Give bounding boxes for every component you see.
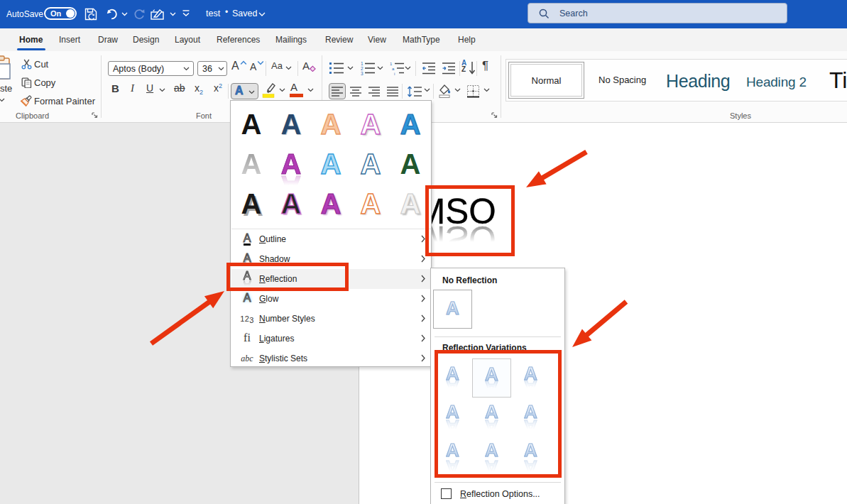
svg-text:3: 3: [361, 71, 364, 75]
svg-text:2: 2: [361, 66, 364, 71]
svg-text:i: i: [394, 72, 395, 75]
svg-text:1: 1: [390, 62, 393, 66]
svg-text:a: a: [392, 67, 395, 71]
svg-text:1: 1: [361, 61, 364, 66]
